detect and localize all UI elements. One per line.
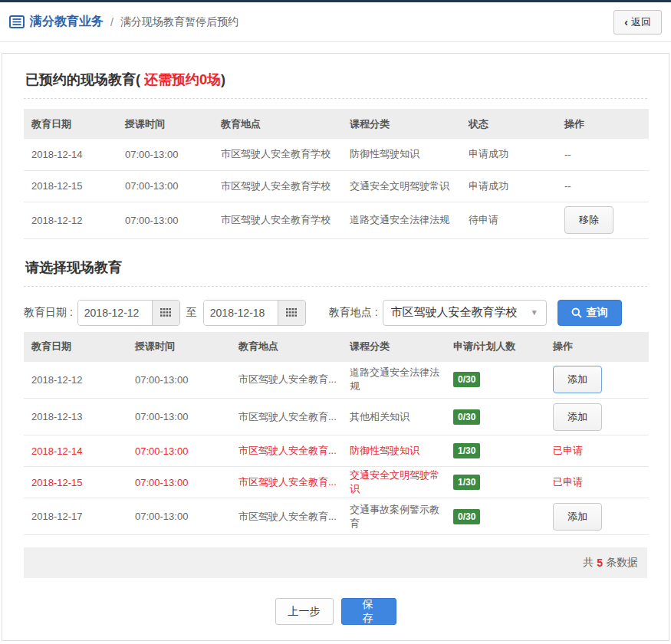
chevron-left-icon: ‹ xyxy=(624,17,628,28)
table-row: 2018-12-12 07:00-13:00 市区驾驶人安全教育... 道路交通… xyxy=(24,362,649,399)
add-button[interactable]: 添加 xyxy=(553,366,602,393)
cell-course: 其他相关知识 xyxy=(342,399,446,435)
cell-location: 市区驾驶人安全教育... xyxy=(231,498,342,535)
list-icon xyxy=(9,15,25,28)
cell-location: 市区驾驶人安全教育... xyxy=(231,362,342,399)
col-header-date: 教育日期 xyxy=(24,109,117,139)
search-button-label: 查询 xyxy=(587,306,608,320)
count-badge: 0/30 xyxy=(453,409,480,425)
date-to-input[interactable] xyxy=(204,301,278,325)
cell-time: 07:00-13:00 xyxy=(127,498,231,535)
cell-course: 道路交通安全法律法规 xyxy=(342,202,461,238)
cell-count: 1/30 xyxy=(446,435,545,467)
cell-date: 2018-12-14 xyxy=(24,435,127,467)
booked-title-remaining: 还需预约0场 xyxy=(144,72,221,87)
cell-time: 07:00-13:00 xyxy=(127,435,231,467)
cell-date: 2018-12-17 xyxy=(24,498,127,535)
col-header-time: 授课时间 xyxy=(127,332,231,362)
booked-section-title: 已预约的现场教育( 还需预约0场) xyxy=(24,64,647,98)
table-row: 2018-12-14 07:00-13:00 市区驾驶人安全教育学校 防御性驾驶… xyxy=(24,139,649,170)
cell-date: 2018-12-12 xyxy=(24,202,117,238)
cell-date: 2018-12-15 xyxy=(24,170,117,202)
previous-step-button[interactable]: 上一步 xyxy=(275,598,334,625)
chevron-down-icon: ▼ xyxy=(531,308,538,317)
cell-count: 0/30 xyxy=(446,362,545,399)
cell-action: 移除 xyxy=(557,202,649,238)
booked-table-header-row: 教育日期 授课时间 教育地点 课程分类 状态 操作 xyxy=(24,109,649,139)
back-button[interactable]: ‹ 返回 xyxy=(613,10,662,34)
cell-action: 已申请 xyxy=(545,467,649,498)
applied-status-text: 已申请 xyxy=(553,445,583,456)
cell-date: 2018-12-14 xyxy=(24,139,117,170)
filter-bar: 教育日期 : 至 xyxy=(24,300,647,326)
table-row: 2018-12-15 07:00-13:00 市区驾驶人安全教育学校 交通安全文… xyxy=(24,170,649,202)
location-select-value: 市区驾驶人安全教育学校 xyxy=(391,305,531,320)
table-row: 2018-12-15 07:00-13:00 市区驾驶人安全教育... 交通安全… xyxy=(24,467,649,498)
calendar-icon[interactable] xyxy=(278,301,305,325)
record-count-bar: 共 5 条数据 xyxy=(24,547,647,578)
section-divider xyxy=(24,286,647,287)
date-range-to-label: 至 xyxy=(186,306,197,320)
record-count: 5 xyxy=(597,557,603,569)
col-header-status: 状态 xyxy=(461,109,557,139)
calendar-icon[interactable] xyxy=(152,301,179,325)
cell-location: 市区驾驶人安全教育学校 xyxy=(213,170,342,202)
table-row: 2018-12-17 07:00-13:00 市区驾驶人安全教育... 交通事故… xyxy=(24,498,649,535)
location-select[interactable]: 市区驾驶人安全教育学校 ▼ xyxy=(383,300,547,326)
cell-action: 已申请 xyxy=(545,435,649,467)
page-header: 满分教育业务 / 满分现场教育暂停后预约 ‹ 返回 xyxy=(0,2,671,42)
available-table-header-row: 教育日期 授课时间 教育地点 课程分类 申请/计划人数 操作 xyxy=(24,332,649,362)
count-badge: 0/30 xyxy=(453,509,480,524)
cell-date: 2018-12-15 xyxy=(24,467,127,498)
col-header-date: 教育日期 xyxy=(24,332,127,362)
breadcrumb-separator: / xyxy=(110,16,113,28)
footer-actions: 上一步 保 存 xyxy=(24,598,647,625)
count-prefix: 共 xyxy=(583,556,594,570)
search-button[interactable]: 查询 xyxy=(558,300,622,326)
cell-time: 07:00-13:00 xyxy=(117,202,213,238)
available-table: 教育日期 授课时间 教育地点 课程分类 申请/计划人数 操作 2018-12-1… xyxy=(24,332,649,536)
date-from-input[interactable] xyxy=(78,301,152,325)
cell-date: 2018-12-13 xyxy=(24,399,127,435)
search-icon xyxy=(571,307,582,318)
booked-title-close: ) xyxy=(221,72,225,87)
select-section-title: 请选择现场教育 xyxy=(24,252,647,286)
col-header-time: 授课时间 xyxy=(117,109,213,139)
count-suffix: 条数据 xyxy=(606,556,638,570)
table-row: 2018-12-13 07:00-13:00 市区驾驶人安全教育... 其他相关… xyxy=(24,399,649,435)
add-button[interactable]: 添加 xyxy=(553,503,602,531)
cell-time: 07:00-13:00 xyxy=(127,467,231,498)
cell-action: -- xyxy=(557,139,649,170)
cell-location: 市区驾驶人安全教育... xyxy=(231,435,342,467)
col-header-action: 操作 xyxy=(557,109,649,139)
cell-course: 交通安全文明驾驶常识 xyxy=(342,467,446,498)
cell-status: 申请成功 xyxy=(461,139,557,170)
breadcrumb-primary[interactable]: 满分教育业务 xyxy=(30,14,104,30)
col-header-action: 操作 xyxy=(545,332,649,362)
cell-course: 防御性驾驶知识 xyxy=(342,139,461,170)
cell-course: 防御性驾驶知识 xyxy=(342,435,446,467)
col-header-location: 教育地点 xyxy=(213,109,342,139)
cell-count: 0/30 xyxy=(446,399,545,435)
applied-status-text: 已申请 xyxy=(553,476,583,488)
cell-date: 2018-12-12 xyxy=(24,362,127,399)
count-badge: 1/30 xyxy=(453,443,480,458)
save-button[interactable]: 保 存 xyxy=(341,598,396,625)
date-from-group xyxy=(77,300,180,326)
cell-time: 07:00-13:00 xyxy=(117,139,213,170)
cell-action: 添加 xyxy=(545,362,649,399)
cell-location: 市区驾驶人安全教育... xyxy=(231,467,342,498)
main-card: 已预约的现场教育( 还需预约0场) 教育日期 授课时间 教育地点 课程分类 状态… xyxy=(2,53,669,641)
col-header-count: 申请/计划人数 xyxy=(446,332,545,362)
add-button[interactable]: 添加 xyxy=(553,403,602,431)
cell-action: 添加 xyxy=(545,399,649,435)
col-header-course: 课程分类 xyxy=(342,332,446,362)
booked-table: 教育日期 授课时间 教育地点 课程分类 状态 操作 2018-12-14 07:… xyxy=(24,109,649,239)
cell-time: 07:00-13:00 xyxy=(127,362,231,399)
col-header-course: 课程分类 xyxy=(342,109,461,139)
cell-location: 市区驾驶人安全教育学校 xyxy=(213,139,342,170)
cell-count: 0/30 xyxy=(446,498,545,535)
cell-course: 交通事故案例警示教育 xyxy=(342,498,446,535)
remove-button[interactable]: 移除 xyxy=(564,206,613,234)
booked-title-text: 已预约的现场教育( xyxy=(25,72,144,87)
